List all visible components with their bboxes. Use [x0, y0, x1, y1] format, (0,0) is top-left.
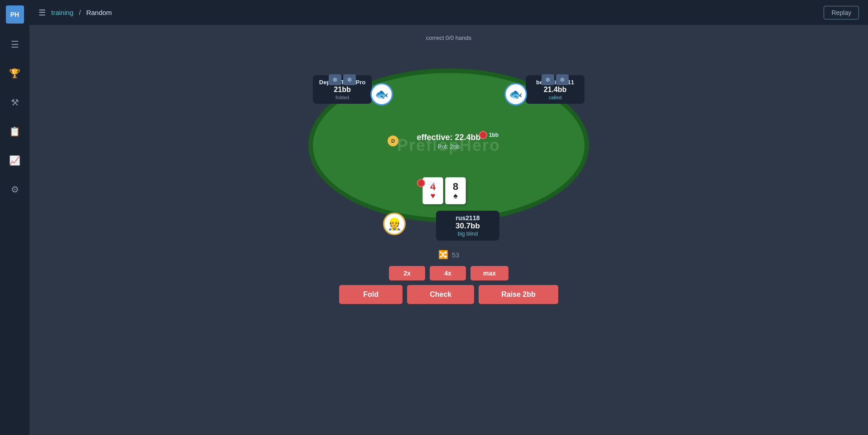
- player-status-left: folded: [318, 95, 366, 100]
- logo: PH: [6, 5, 24, 24]
- avatar-hero: 👷: [383, 213, 406, 235]
- content-area: correct 0/0 hands PreflopHero effective:…: [29, 25, 868, 435]
- chip-hero: [417, 179, 425, 187]
- avatar-icon-left: 🐟: [375, 88, 388, 101]
- chart-icon[interactable]: 📈: [7, 152, 23, 169]
- player-stack-right: 21.4bb: [531, 86, 579, 94]
- header: ☰ training / Random Replay: [29, 0, 868, 25]
- card-2: 8 ♠: [445, 177, 466, 204]
- multiplier-max-button[interactable]: max: [470, 266, 508, 280]
- card-1-suit: ♥: [431, 192, 436, 200]
- multiplier-4x-button[interactable]: 4x: [430, 266, 466, 280]
- notes-icon[interactable]: 📋: [7, 123, 23, 140]
- hero-name: rus2118: [441, 214, 494, 222]
- avatar-right: 🐟: [504, 83, 527, 106]
- replay-button[interactable]: Replay: [824, 6, 859, 19]
- chip-right: [479, 131, 487, 139]
- correct-hands-label: correct 0/0 hands: [426, 34, 471, 41]
- snowflake-buttons-left: ❄ ❄: [329, 74, 356, 85]
- hero-stack: 30.7bb: [441, 222, 494, 231]
- avatar-left: 🐟: [370, 83, 393, 106]
- card-2-value: 8: [453, 182, 458, 192]
- avatar-icon-hero: 👷: [387, 217, 402, 231]
- right-bet: 1bb: [479, 131, 499, 139]
- shuffle-icon: 🔀: [438, 250, 448, 260]
- snowflake-btn-left-1[interactable]: ❄: [329, 74, 341, 85]
- player-status-right: called: [531, 95, 579, 100]
- fold-button[interactable]: Fold: [339, 285, 403, 304]
- player-stack-left: 21bb: [318, 86, 366, 94]
- breadcrumb-current: Random: [86, 9, 112, 16]
- shuffle-area: 🔀 53: [438, 250, 460, 260]
- shuffle-count: 53: [452, 251, 460, 259]
- sidebar: PH ☰ 🏆 ⚒ 📋 📈 ⚙: [0, 0, 29, 435]
- multiplier-2x-button[interactable]: 2x: [389, 266, 425, 280]
- settings-icon[interactable]: ⚙: [7, 181, 23, 198]
- hamburger-icon[interactable]: ☰: [7, 36, 23, 53]
- check-button[interactable]: Check: [407, 285, 474, 304]
- player-box-hero: rus2118 30.7bb big blind: [436, 211, 499, 241]
- table-area: PreflopHero effective: 22.4bb Pot: 2bb ❄…: [299, 50, 598, 241]
- trophy-icon[interactable]: 🏆: [7, 65, 23, 82]
- snowflake-btn-right-2[interactable]: ❄: [556, 74, 569, 85]
- raise-button[interactable]: Raise 2bb: [479, 285, 558, 304]
- breadcrumb-training[interactable]: training: [51, 9, 73, 16]
- player-box-left: ❄ ❄ DepositTeamPro 21bb folded: [313, 75, 372, 104]
- dealer-button: D: [388, 135, 398, 146]
- hero-bet: 1bb: [417, 179, 436, 187]
- right-bet-label: 1bb: [489, 132, 499, 138]
- menu-button[interactable]: ☰: [38, 8, 46, 18]
- snowflake-btn-left-2[interactable]: ❄: [343, 74, 356, 85]
- main-area: ☰ training / Random Replay correct 0/0 h…: [29, 0, 868, 435]
- tools-icon[interactable]: ⚒: [7, 94, 23, 111]
- multiplier-row: 2x 4x max: [389, 266, 508, 280]
- hero-bet-label: 1bb: [427, 180, 436, 186]
- breadcrumb-separator: /: [79, 9, 81, 16]
- hero-status: big blind: [441, 231, 494, 237]
- player-box-right: ❄ ❄ bezsmisla111 21.4bb called: [526, 75, 585, 104]
- snowflake-buttons-right: ❄ ❄: [542, 74, 569, 85]
- snowflake-btn-right-1[interactable]: ❄: [542, 74, 554, 85]
- avatar-icon-right: 🐟: [509, 88, 523, 101]
- action-row: Fold Check Raise 2bb: [339, 285, 558, 304]
- card-2-suit: ♠: [453, 192, 458, 200]
